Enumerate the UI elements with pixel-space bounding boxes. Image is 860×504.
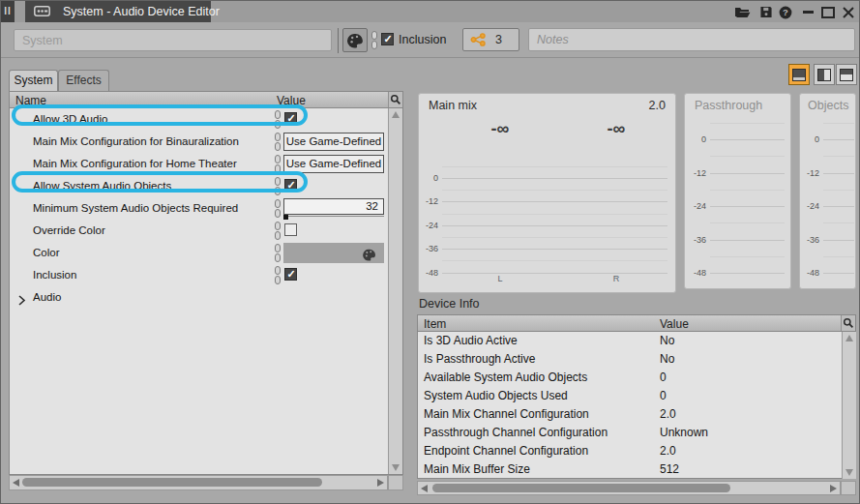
property-row[interactable]: Inclusion	[10, 264, 388, 286]
property-row[interactable]: Minimum System Audio Objects Required32	[10, 197, 388, 220]
value-dropdown[interactable]: Use Game-Defined	[283, 133, 384, 151]
palette-icon	[347, 33, 364, 48]
value-slider[interactable]	[283, 216, 384, 219]
save-button[interactable]	[756, 4, 776, 20]
notes-input[interactable]	[528, 28, 855, 51]
help-button[interactable]: ?	[776, 4, 795, 20]
layout-single-button[interactable]	[788, 64, 810, 85]
property-row[interactable]: Audio	[10, 286, 388, 309]
device-info-value: 2.0	[660, 442, 676, 460]
scroll-left-icon[interactable]	[13, 479, 19, 487]
minimize-button[interactable]	[798, 4, 817, 20]
property-name: Override Color	[33, 220, 105, 242]
device-info-value: 0	[660, 387, 667, 405]
property-search-button[interactable]	[388, 92, 402, 107]
property-table: Allow 3D AudioMain Mix Configuration for…	[9, 108, 403, 475]
row-link-handle	[275, 266, 281, 284]
window-title-tab[interactable]: System - Audio Device Editor	[25, 1, 211, 22]
property-row[interactable]: Main Mix Configuration for Home TheaterU…	[10, 153, 388, 175]
scroll-right-icon[interactable]	[830, 485, 837, 492]
inclusion-checkbox[interactable]	[381, 33, 394, 45]
horizontal-split-icon	[840, 69, 853, 81]
value-checkbox[interactable]	[284, 268, 297, 281]
value-checkbox[interactable]	[284, 223, 297, 236]
meter-gridline	[442, 190, 667, 191]
expand-chevron-icon[interactable]	[17, 292, 26, 310]
dock-handle[interactable]: II	[1, 1, 15, 22]
meter-gridline	[823, 240, 854, 241]
scroll-down-icon[interactable]	[392, 464, 400, 471]
maximize-button[interactable]	[818, 4, 838, 20]
meter-scale-label: -24	[419, 221, 438, 230]
column-header-value[interactable]: Value	[660, 317, 689, 331]
meter-scale-label: 0	[685, 134, 706, 144]
value-dropdown[interactable]: Use Game-Defined	[283, 155, 384, 173]
device-info-row[interactable]: Main Mix Channel Configuration2.0	[418, 405, 855, 424]
shareset-button[interactable]: 3	[462, 28, 519, 51]
property-row[interactable]: Color	[10, 242, 388, 264]
color-picker-button[interactable]	[342, 28, 368, 52]
device-info-row[interactable]: Endpoint Channel Configuration2.0	[418, 442, 855, 460]
device-info-row[interactable]: System Audio Objects Used0	[418, 387, 855, 405]
column-header-item[interactable]: Item	[424, 317, 446, 331]
device-info-vertical-scrollbar[interactable]	[842, 332, 856, 479]
meter-gridline	[823, 206, 854, 207]
meter-scale-label: -48	[685, 268, 706, 278]
main-mix-meter: Main mix 2.0 0-12-24-36-48-∞L-∞R	[418, 93, 676, 293]
scrollbar-thumb[interactable]	[432, 484, 730, 492]
svg-text:?: ?	[783, 7, 788, 17]
layout-horizontal-split-button[interactable]	[836, 64, 857, 85]
device-info-row[interactable]: Main Mix Buffer Size512	[418, 460, 855, 479]
device-info-horizontal-scrollbar[interactable]	[417, 481, 841, 495]
scroll-down-icon[interactable]	[845, 469, 853, 476]
scroll-up-icon[interactable]	[845, 335, 853, 341]
meter-gridline	[710, 240, 785, 241]
property-row[interactable]: Allow System Audio Objects	[10, 175, 388, 197]
property-row[interactable]: Main Mix Configuration for Binauralizati…	[10, 131, 388, 153]
meter-scale-label: -48	[800, 268, 819, 278]
meter-gridline	[442, 249, 667, 250]
toolbar-separator	[338, 28, 339, 53]
main-mix-config: 2.0	[649, 99, 666, 112]
column-header-value[interactable]: Value	[277, 94, 306, 107]
value-number-field[interactable]: 32	[283, 198, 384, 215]
meter-scale-label: 0	[419, 173, 438, 183]
tab-system[interactable]: System	[9, 70, 58, 91]
layout-vertical-split-button[interactable]	[814, 64, 835, 85]
meter-gridline	[710, 156, 785, 157]
scroll-left-icon[interactable]	[421, 485, 428, 492]
property-row[interactable]: Allow 3D Audio	[10, 108, 388, 131]
object-name-input[interactable]	[14, 29, 332, 51]
property-horizontal-scrollbar[interactable]	[9, 475, 388, 490]
tab-effects[interactable]: Effects	[58, 70, 109, 91]
close-button[interactable]	[839, 4, 858, 20]
channel-label: L	[461, 274, 539, 283]
meter-gridline	[823, 139, 854, 140]
value-checkbox[interactable]	[284, 179, 297, 192]
device-info-search-button[interactable]	[841, 315, 855, 331]
device-info-row[interactable]: Available System Audio Objects0	[418, 369, 855, 387]
row-link-handle	[275, 199, 281, 218]
device-info-row[interactable]: Is 3D Audio ActiveNo	[418, 332, 855, 350]
maximize-icon	[821, 7, 835, 18]
meter-scale-label: 0	[800, 134, 819, 144]
scroll-right-icon[interactable]	[377, 479, 384, 487]
meter-scale-label: -36	[800, 235, 819, 245]
value-checkbox[interactable]	[284, 112, 297, 125]
scroll-up-icon[interactable]	[392, 111, 400, 118]
meter-gridline	[710, 273, 785, 274]
device-info-row[interactable]: Is Passthrough ActiveNo	[418, 350, 855, 369]
value-color-bar[interactable]	[283, 243, 384, 263]
open-project-button[interactable]	[732, 4, 752, 20]
property-vertical-scrollbar[interactable]	[388, 108, 402, 474]
passthrough-meter: Passthrough 0-12-24-36-48	[684, 93, 791, 289]
column-header-name[interactable]: Name	[15, 94, 46, 107]
single-pane-icon	[792, 69, 806, 81]
meter-gridline	[823, 156, 854, 157]
device-info-row[interactable]: Passthrough Channel ConfigurationUnknown	[418, 424, 855, 442]
meter-gridline	[710, 222, 785, 223]
scrollbar-thumb[interactable]	[22, 478, 322, 487]
property-row[interactable]: Override Color	[10, 220, 388, 242]
vertical-split-icon	[817, 69, 831, 81]
meter-scale-label: -24	[685, 201, 706, 211]
